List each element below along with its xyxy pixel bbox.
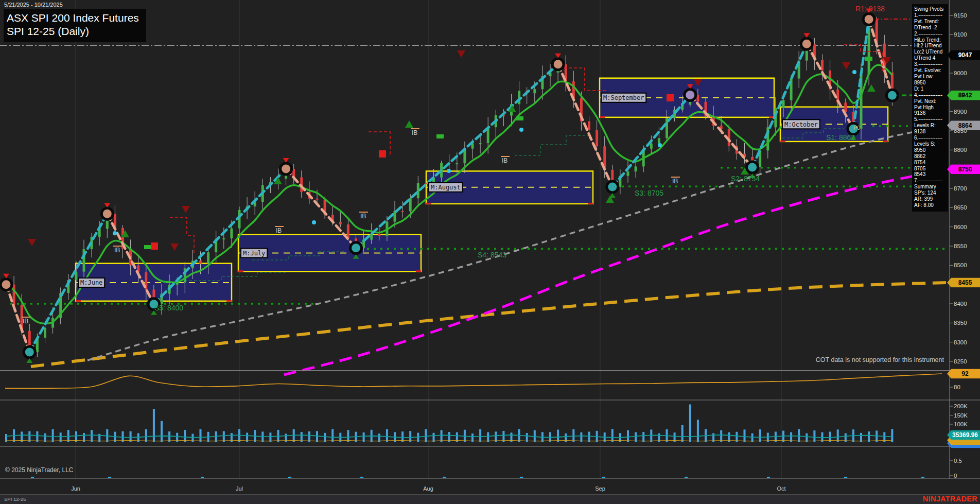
price-tick-label: 8500 — [954, 262, 967, 268]
swing-pivots-line-14: 4.-------------- — [914, 92, 947, 98]
price-badge-8864: 8864 — [947, 120, 980, 130]
swing-pivots-line-29: Summary — [914, 184, 947, 190]
cot-badge-value: 92 — [947, 369, 980, 378]
volume-bar — [52, 429, 54, 442]
aux-mark — [844, 477, 847, 478]
aux-mark — [201, 477, 204, 478]
candle-body — [456, 163, 458, 164]
aux-mark — [443, 477, 446, 478]
month-label-sep[interactable]: Sep — [585, 485, 616, 492]
candle-body — [479, 143, 482, 144]
box-corner-mark — [416, 270, 421, 272]
month-label-aug[interactable]: Aug — [413, 485, 444, 492]
ib-label: IB — [502, 157, 507, 164]
volume-bar — [91, 430, 93, 442]
swing-pivots-line-10: Pvt. Evolve: — [914, 67, 947, 74]
cyan-dot-marker — [852, 70, 856, 74]
instrument-tab[interactable]: SPI 12-25 — [4, 496, 26, 502]
box-corner-mark — [588, 203, 593, 204]
cyan-dot-marker — [658, 143, 662, 147]
chart-title-line2: SPI 12-25 (Daily) — [7, 25, 139, 38]
price-tick-label: 8300 — [954, 339, 967, 345]
swing-pivots-line-7: Lo:2 UTrend — [914, 49, 947, 55]
swing-pivots-line-11: Pvt Low — [914, 74, 947, 80]
support-label: S1: 8862 — [826, 133, 855, 142]
cyan-dot-marker — [519, 128, 523, 132]
candle-body — [13, 285, 15, 305]
swing-pivot-circle — [1, 279, 12, 290]
ib-label: IB — [672, 178, 678, 185]
pivot-high-marker — [803, 33, 810, 38]
down-triangle-marker — [457, 50, 465, 58]
volume-bar — [479, 429, 481, 442]
aux-mark — [602, 477, 605, 478]
month-box-label: M:June — [80, 279, 102, 286]
down-triangle-marker — [182, 206, 190, 213]
swing-pivots-line-1: 1.-------------- — [914, 12, 947, 19]
swing-pivots-line-25: 8754 — [914, 160, 947, 166]
aux-mark — [360, 477, 363, 478]
price-chart[interactable]: IBIBIBIBIBIBIBS1: 8862S2: 8754S3: 8705S4… — [0, 0, 980, 479]
ib-label: IB — [276, 227, 282, 234]
month-label-jun[interactable]: Jun — [60, 485, 91, 492]
box-corner-mark — [426, 203, 431, 204]
volume-bar — [316, 431, 318, 442]
zigzag-segment — [356, 64, 558, 248]
green-square-marker — [436, 134, 444, 138]
month-box-label: M:September — [603, 94, 644, 101]
price-tick-label: 8550 — [954, 243, 967, 249]
candle-body — [230, 229, 233, 238]
volume-bar — [744, 429, 746, 442]
month-label-jul[interactable]: Jul — [224, 485, 255, 492]
volume-bar — [642, 432, 644, 442]
cyan-dot-marker — [447, 169, 451, 173]
aux-mark — [921, 477, 924, 478]
p0-label: P0 — [853, 125, 860, 131]
up-triangle-marker — [405, 120, 413, 128]
swing-pivot-circle — [863, 13, 874, 25]
pivot-high-marker — [3, 274, 9, 279]
down-triangle-marker — [28, 239, 36, 246]
pivot-high-marker — [104, 203, 110, 207]
swing-pivots-line-18: 5.-------------- — [914, 116, 947, 123]
aux-mark — [520, 477, 523, 478]
price-tick-label: 8700 — [954, 185, 967, 192]
bottom-tab-bar — [0, 494, 980, 504]
swing-pivots-line-12: 8950 — [914, 80, 947, 86]
swing-pivots-line-22: Levels S: — [914, 141, 947, 147]
swing-pivot-circle — [747, 162, 758, 173]
swing-pivots-line-20: 9138 — [914, 129, 947, 135]
candle-body — [347, 224, 349, 238]
swing-pivot-circle — [552, 59, 564, 70]
up-triangle-marker — [867, 84, 876, 92]
ninjatrader-logo: NINJATRADER — [923, 495, 977, 503]
month-label-oct[interactable]: Oct — [766, 485, 797, 492]
swing-pivot-circle — [101, 208, 113, 219]
volume-bar — [386, 429, 388, 442]
candle-body — [635, 166, 637, 171]
candle-body — [207, 252, 209, 264]
volume-bar — [441, 430, 443, 442]
ib-label: IB — [114, 247, 120, 254]
chart-title-line1: ASX SPI 200 Index Futures — [7, 11, 139, 25]
swing-pivots-line-8: UTrend 4 — [914, 55, 947, 61]
volume-bar — [681, 425, 684, 442]
volume-bar — [759, 429, 761, 442]
swing-pivots-line-15: Pvt. Next: — [914, 98, 947, 105]
swing-pivots-line-0: Swing Pivots — [914, 6, 947, 12]
volume-badge-value: 35369.96 — [947, 430, 980, 440]
volume-tick-label: 100K — [954, 421, 968, 427]
candle-body — [44, 328, 46, 338]
green-square-marker — [516, 116, 523, 120]
swing-pivot-circle — [24, 346, 35, 358]
volume-bar — [161, 421, 163, 442]
step-line — [515, 135, 592, 155]
ib-label: IB — [360, 213, 366, 220]
green-square-marker — [144, 245, 151, 249]
volume-tick-label: 200K — [954, 403, 968, 409]
price-tick-label: 9100 — [954, 31, 967, 38]
price-tick-label: 9000 — [954, 70, 967, 76]
volume-bar — [153, 409, 155, 442]
cot-tick-label: 80 — [954, 384, 960, 390]
box-corner-mark — [883, 141, 888, 142]
